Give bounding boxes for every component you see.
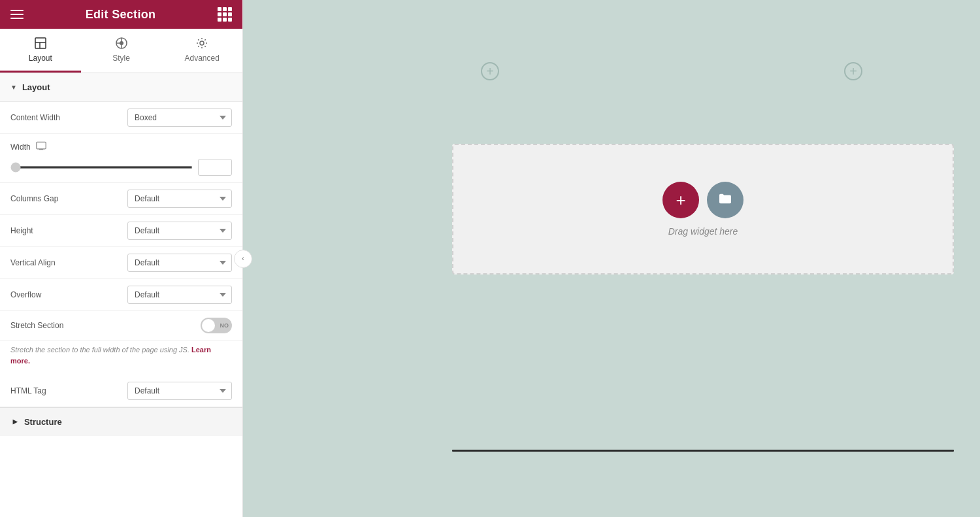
width-label: Width — [10, 142, 31, 152]
page-title: Edit Section — [86, 8, 156, 22]
content-width-row: Content Width Boxed Full Width — [0, 102, 242, 134]
columns-gap-row: Columns Gap Default No Gap Narrow Extend… — [0, 183, 242, 215]
structure-section-title: Structure — [24, 417, 62, 427]
folder-icon — [718, 192, 732, 208]
layout-section-header[interactable]: ▼ Layout — [0, 73, 242, 102]
toggle-no-label: NO — [220, 322, 229, 329]
drag-widget-text: Drag widget here — [668, 226, 738, 237]
structure-arrow: ▼ — [10, 418, 20, 426]
width-input[interactable] — [198, 159, 232, 176]
panel-content: ▼ Layout Content Width Boxed Full Width … — [0, 73, 242, 517]
vertical-align-label: Vertical Align — [10, 258, 127, 267]
layout-arrow: ▼ — [10, 84, 17, 91]
html-tag-row: HTML Tag Default header footer main sect… — [0, 375, 242, 407]
vertical-align-select[interactable]: Default Top Middle Bottom — [127, 254, 232, 272]
width-slider[interactable] — [10, 166, 193, 169]
hamburger-icon[interactable] — [10, 10, 24, 19]
overflow-label: Overflow — [10, 290, 127, 299]
content-width-label: Content Width — [10, 113, 127, 122]
tab-layout[interactable]: Layout — [0, 29, 81, 73]
grid-icon[interactable] — [218, 7, 232, 22]
canvas-area: + + + Drag widget here — [243, 0, 980, 517]
layout-section-title: Layout — [22, 82, 50, 92]
height-label: Height — [10, 226, 127, 235]
stretch-section-description: Stretch the section to the full width of… — [0, 341, 242, 375]
add-section-left-button[interactable]: + — [481, 62, 499, 80]
overflow-row: Overflow Default Hidden — [0, 279, 242, 311]
columns-gap-select[interactable]: Default No Gap Narrow Extended Wide — [127, 190, 232, 208]
height-select[interactable]: Default Fit to Screen Min Height — [127, 222, 232, 240]
overflow-select[interactable]: Default Hidden — [127, 286, 232, 304]
vertical-align-row: Vertical Align Default Top Middle Bottom — [0, 247, 242, 279]
html-tag-label: HTML Tag — [10, 386, 127, 395]
svg-rect-6 — [36, 142, 45, 148]
tabs: Layout Style Advanced — [0, 29, 242, 73]
stretch-section-toggle[interactable]: NO — [201, 318, 232, 333]
plus-icon: + — [676, 190, 685, 210]
widget-buttons: + — [662, 182, 743, 218]
height-row: Height Default Fit to Screen Min Height — [0, 215, 242, 247]
collapse-panel-button[interactable]: ‹ — [234, 250, 252, 268]
svg-point-4 — [120, 41, 123, 45]
tab-style[interactable]: Style — [81, 29, 162, 73]
sidebar-header: Edit Section — [0, 0, 242, 29]
svg-rect-0 — [35, 38, 46, 48]
columns-gap-label: Columns Gap — [10, 194, 127, 203]
add-widget-button[interactable]: + — [662, 182, 699, 218]
tab-advanced[interactable]: Advanced — [161, 29, 242, 73]
add-section-right-button[interactable]: + — [844, 62, 862, 80]
width-row: Width — [0, 134, 242, 183]
svg-point-5 — [200, 41, 204, 45]
stretch-section-label: Stretch Section — [10, 321, 201, 330]
stretch-section-row: Stretch Section NO — [0, 311, 242, 341]
folder-widget-button[interactable] — [707, 182, 743, 218]
html-tag-select[interactable]: Default header footer main section div — [127, 382, 232, 400]
structure-section-header[interactable]: ▼ Structure — [0, 407, 242, 436]
content-width-select[interactable]: Boxed Full Width — [127, 108, 232, 127]
widget-drop-area: + Drag widget here — [452, 144, 954, 275]
bottom-divider-line — [452, 450, 954, 452]
screen-icon — [36, 141, 46, 154]
